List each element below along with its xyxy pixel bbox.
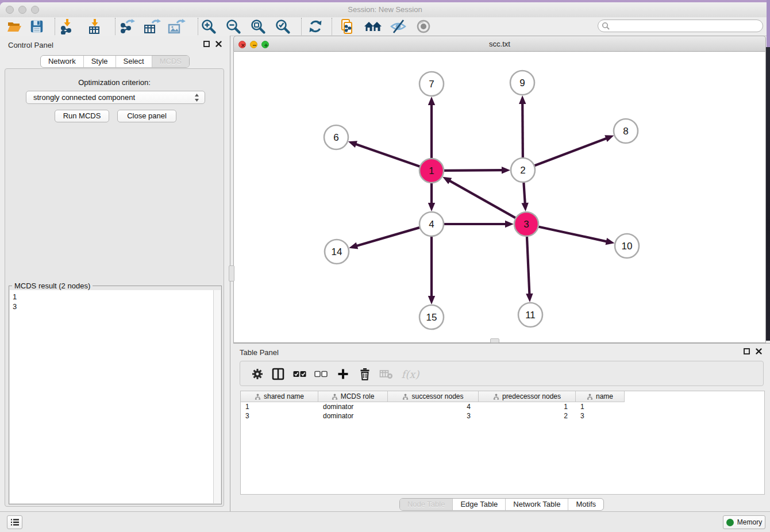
graph-edge-3-11[interactable]: [527, 236, 530, 295]
graph-edge-3-1[interactable]: [449, 180, 515, 218]
table-cell[interactable]: 3: [388, 411, 479, 421]
table-cell[interactable]: 3: [576, 411, 625, 421]
table-tab-motifs[interactable]: Motifs: [568, 499, 603, 510]
column-header-shared-name[interactable]: shared name: [241, 391, 318, 402]
table-cell[interactable]: 1: [479, 402, 576, 411]
control-panel-tabs: NetworkStyleSelectMCDS: [40, 55, 190, 68]
graph-edge-arrowhead: [606, 238, 615, 245]
deselect-all-button[interactable]: [313, 366, 329, 382]
graph-edge-1-6[interactable]: [355, 144, 420, 167]
delete-column-button[interactable]: [357, 366, 373, 382]
memory-button[interactable]: Memory: [723, 515, 765, 529]
graph-edge-3-10[interactable]: [538, 226, 607, 241]
column-header-successor-nodes[interactable]: successor nodes: [388, 391, 479, 402]
fx-icon: f(x): [402, 368, 419, 380]
table-cell[interactable]: dominator: [318, 411, 388, 421]
table-cell[interactable]: 3: [241, 411, 318, 421]
close-panel-button[interactable]: Close panel: [117, 110, 176, 122]
function-builder-button[interactable]: f(x): [400, 366, 421, 382]
search-input[interactable]: [610, 20, 763, 32]
mcds-result-line: 1: [13, 292, 211, 302]
task-history-button[interactable]: [7, 515, 22, 529]
table-cell[interactable]: 4: [388, 402, 479, 411]
main-toolbar: [0, 17, 770, 36]
zoom-fit-button[interactable]: [249, 18, 267, 34]
graph-edge-arrowhead: [605, 135, 614, 142]
zoom-selected-button[interactable]: [274, 18, 291, 34]
table-row[interactable]: 3dominator323: [241, 411, 764, 421]
close-panel-icon[interactable]: [756, 348, 762, 354]
desktop-edge: [767, 0, 770, 47]
mcds-result-list[interactable]: 13: [10, 290, 214, 503]
table-tab-node-table[interactable]: Node Table: [400, 499, 453, 510]
node-table[interactable]: shared nameMCDS rolesuccessor nodesprede…: [240, 391, 765, 495]
show-all-button[interactable]: [414, 18, 433, 34]
column-type-icon: [493, 394, 499, 400]
graph-node-label-3: 3: [523, 219, 529, 230]
graph-edge-arrowhead: [505, 221, 514, 228]
table-cell[interactable]: 1: [241, 402, 318, 411]
tab-select[interactable]: Select: [116, 56, 152, 67]
refresh-button[interactable]: [307, 18, 324, 34]
tab-network[interactable]: Network: [41, 56, 83, 67]
table-header-row: shared nameMCDS rolesuccessor nodesprede…: [241, 391, 764, 402]
graph-edge-1-2[interactable]: [444, 170, 503, 171]
criterion-dropdown[interactable]: strongly connected component: [26, 91, 205, 104]
clone-network-button[interactable]: [338, 18, 356, 34]
save-session-button[interactable]: [28, 18, 45, 34]
select-all-button[interactable]: [292, 366, 308, 382]
network-graph[interactable]: 7968124314101511: [234, 52, 765, 342]
table-tab-edge-table[interactable]: Edge Table: [452, 499, 505, 510]
import-table-button[interactable]: [86, 18, 103, 34]
table-settings-button[interactable]: [249, 366, 265, 382]
open-session-button[interactable]: [6, 18, 23, 34]
graph-edge-arrowhead: [428, 296, 435, 304]
table-cell[interactable]: dominator: [318, 402, 388, 411]
graph-edge-2-3[interactable]: [523, 182, 525, 204]
desktop-edge: [766, 47, 770, 341]
split-view-button[interactable]: [270, 366, 286, 382]
horizontal-splitter-handle[interactable]: [490, 338, 499, 343]
graph-edge-4-14[interactable]: [356, 228, 420, 246]
close-panel-icon[interactable]: [215, 41, 222, 47]
export-image-button[interactable]: [167, 18, 186, 34]
eye-slash-icon: [390, 18, 407, 34]
table-cell[interactable]: 1: [576, 402, 625, 411]
mcds-result-group: MCDS result (2 nodes) 13: [9, 286, 222, 504]
column-header-name[interactable]: name: [576, 391, 625, 402]
run-mcds-button[interactable]: Run MCDS: [55, 110, 109, 122]
graph-edge-2-8[interactable]: [534, 138, 607, 165]
column-header-predecessor-nodes[interactable]: predecessor nodes: [479, 391, 576, 402]
export-network-button[interactable]: [119, 18, 136, 34]
vertical-splitter-handle[interactable]: [229, 265, 234, 282]
zoom-out-button[interactable]: [225, 18, 242, 34]
graph-node-label-9: 9: [519, 78, 525, 88]
column-header-label: shared name: [264, 392, 304, 400]
network-canvas[interactable]: 7968124314101511: [233, 52, 766, 343]
import-table-icon: [87, 18, 103, 34]
first-neighbors-button[interactable]: [363, 18, 383, 34]
tab-mcds[interactable]: MCDS: [152, 56, 189, 67]
tab-style[interactable]: Style: [83, 56, 116, 67]
import-network-button[interactable]: [59, 18, 76, 34]
export-table-button[interactable]: [143, 18, 162, 34]
network-view-window: scc.txt 7968124314101511: [233, 36, 766, 343]
control-panel: Control Panel NetworkStyleSelectMCDS Opt…: [0, 36, 230, 511]
table-cell[interactable]: 2: [479, 411, 576, 421]
destroy-table-button[interactable]: [378, 366, 394, 382]
column-header-MCDS-role[interactable]: MCDS role: [318, 391, 388, 402]
search-field[interactable]: [598, 20, 763, 32]
float-panel-icon[interactable]: [203, 41, 210, 47]
table-row[interactable]: 1dominator411: [241, 402, 764, 411]
float-panel-icon[interactable]: [744, 348, 750, 354]
graph-edge-arrowhead: [519, 95, 526, 104]
add-column-button[interactable]: [335, 366, 351, 382]
table-tab-network-table[interactable]: Network Table: [505, 499, 568, 510]
export-image-icon: [167, 18, 186, 34]
export-network-icon: [119, 18, 136, 34]
zoom-in-button[interactable]: [200, 18, 217, 34]
hide-selected-button[interactable]: [388, 18, 408, 34]
graph-edge-2-9[interactable]: [522, 103, 523, 158]
toolbar-separator: [55, 18, 55, 35]
result-scrollbar[interactable]: [213, 290, 221, 503]
